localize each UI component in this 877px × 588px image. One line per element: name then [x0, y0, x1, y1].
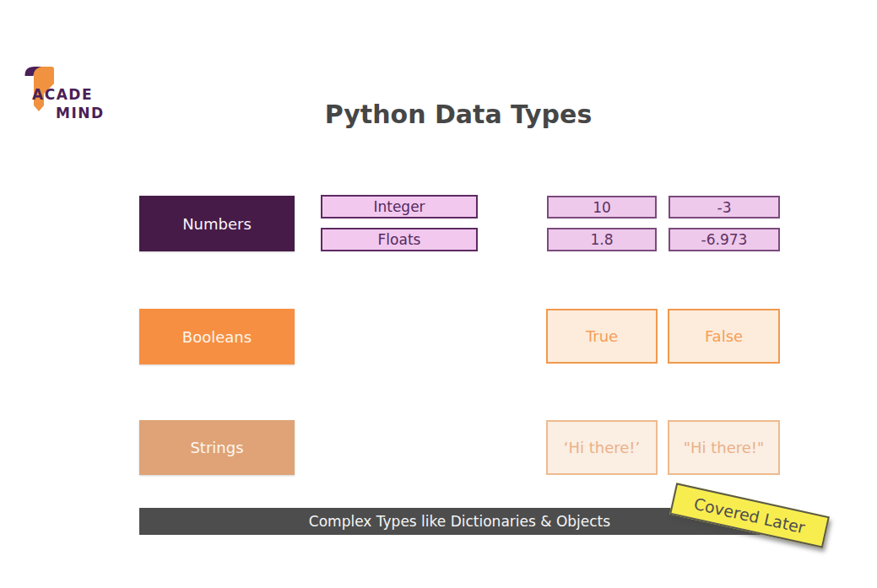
category-box-booleans: Booleans: [139, 309, 295, 364]
page-title: Python Data Types: [205, 100, 712, 129]
value-box-float-2: -6.973: [669, 228, 780, 251]
value-string-double-quote: "Hi there!": [684, 439, 765, 456]
value-float-2: -6.973: [701, 231, 748, 248]
category-label-numbers: Numbers: [182, 215, 252, 233]
value-integer-2: -3: [717, 199, 732, 216]
value-box-true: True: [546, 309, 658, 364]
brand-logo: ACADE MIND: [24, 65, 126, 124]
tag-box-floats: Floats: [321, 228, 478, 251]
value-box-string-double-quote: "Hi there!": [668, 420, 780, 475]
value-box-integer-2: -3: [669, 196, 780, 218]
brand-wordmark-line1: ACADE: [32, 86, 93, 103]
value-box-false: False: [668, 309, 780, 364]
value-integer-1: 10: [593, 199, 611, 216]
value-box-string-single-quote: ‘Hi there!’: [546, 420, 658, 475]
brand-wordmark-line2: MIND: [56, 105, 105, 121]
tag-label-integer: Integer: [373, 198, 425, 215]
value-box-float-1: 1.8: [547, 228, 657, 251]
category-box-numbers: Numbers: [139, 196, 295, 251]
category-box-strings: Strings: [139, 420, 295, 475]
category-label-booleans: Booleans: [182, 328, 252, 346]
value-true: True: [586, 327, 618, 345]
tag-box-integer: Integer: [321, 195, 478, 218]
value-float-1: 1.8: [590, 231, 613, 248]
slide-canvas: ACADE MIND Python Data Types Numbers Int…: [0, 0, 877, 588]
category-label-strings: Strings: [190, 439, 243, 456]
value-string-single-quote: ‘Hi there!’: [564, 439, 641, 456]
tag-label-floats: Floats: [378, 231, 421, 248]
complex-types-label: Complex Types like Dictionaries & Object…: [309, 513, 610, 530]
value-box-integer-1: 10: [547, 196, 657, 218]
value-false: False: [705, 327, 743, 345]
covered-later-sticker: Covered Later: [669, 483, 830, 548]
